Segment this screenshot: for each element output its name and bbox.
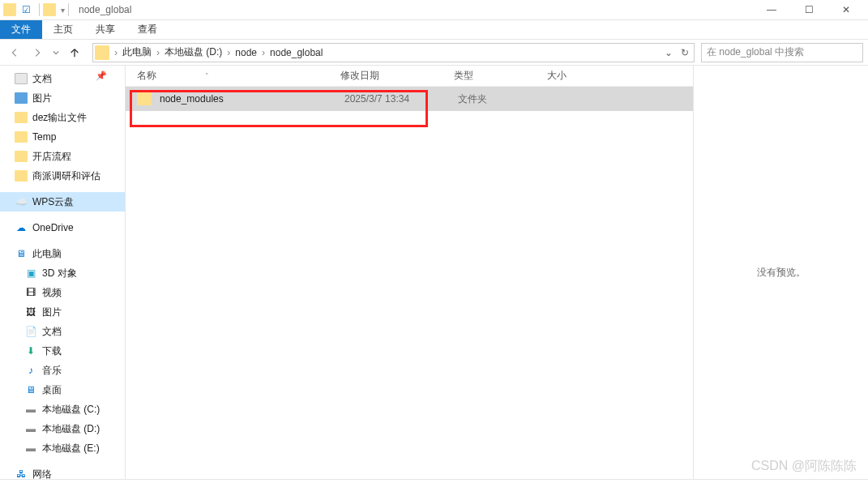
sidebar-item-disk-e[interactable]: ▬本地磁盘 (E:) <box>0 438 125 458</box>
sidebar-item-3dobjects[interactable]: ▣3D 对象 <box>0 263 125 283</box>
sidebar-item-pictures[interactable]: 图片 <box>0 88 125 108</box>
minimize-button[interactable]: — <box>753 0 790 20</box>
cloud-icon: ☁️ <box>15 195 28 208</box>
folder-icon <box>3 3 16 16</box>
navigation-bar: › 此电脑 › 本地磁盘 (D:) › node › node_global ⌄… <box>0 40 868 66</box>
sidebar-item-documents2[interactable]: 📄文档 <box>0 322 125 341</box>
chevron-right-icon[interactable]: › <box>113 47 119 58</box>
tab-home[interactable]: 主页 <box>42 20 84 39</box>
sidebar-item-label: 3D 对象 <box>42 267 77 280</box>
check-icon[interactable]: ☑ <box>19 3 32 16</box>
sidebar-item-label: 此电脑 <box>32 247 62 261</box>
file-area: 名称˄ 修改日期 类型 大小 node_modules 2025/3/7 13:… <box>126 66 868 479</box>
computer-icon: 🖥 <box>15 247 28 260</box>
sidebar-item-desktop[interactable]: 🖥桌面 <box>0 380 125 400</box>
ribbon-tabs: 文件 主页 共享 查看 <box>0 20 868 40</box>
history-dropdown-icon[interactable]: ⌄ <box>661 47 676 58</box>
file-row[interactable]: node_modules 2025/3/7 13:34 文件夹 <box>126 87 693 111</box>
sidebar-item-onedrive[interactable]: ☁OneDrive <box>0 218 125 237</box>
sidebar-item-thispc[interactable]: 🖥此电脑 <box>0 244 125 263</box>
chevron-right-icon[interactable]: › <box>155 47 161 58</box>
column-type[interactable]: 类型 <box>454 69 547 83</box>
sidebar-item-music[interactable]: ♪音乐 <box>0 361 125 380</box>
sort-indicator-icon: ˄ <box>205 72 209 80</box>
breadcrumb-drive[interactable]: 本地磁盘 (D:) <box>161 45 225 59</box>
sidebar-item-label: 本地磁盘 (C:) <box>42 403 100 417</box>
main-area: 📌 文档 图片 dez输出文件 Temp 开店流程 商派调研和评估 ☁️WPS云… <box>0 66 868 479</box>
window-title: node_global <box>79 4 131 15</box>
sidebar-item-temp[interactable]: Temp <box>0 127 125 147</box>
sidebar-item-kaidian[interactable]: 开店流程 <box>0 147 125 166</box>
tab-view[interactable]: 查看 <box>126 20 169 39</box>
desktop-icon: 🖥 <box>24 383 37 396</box>
sidebar-item-shangpai[interactable]: 商派调研和评估 <box>0 166 125 186</box>
file-name: node_modules <box>160 93 344 105</box>
sidebar-item-label: WPS云盘 <box>32 195 74 209</box>
separator <box>39 3 40 16</box>
address-bar[interactable]: › 此电脑 › 本地磁盘 (D:) › node › node_global ⌄… <box>92 43 695 62</box>
file-list[interactable]: 名称˄ 修改日期 类型 大小 node_modules 2025/3/7 13:… <box>126 66 693 479</box>
sidebar-item-pictures2[interactable]: 🖼图片 <box>0 302 125 322</box>
column-size[interactable]: 大小 <box>547 69 612 83</box>
up-button[interactable] <box>65 43 84 62</box>
refresh-button[interactable]: ↻ <box>678 47 692 58</box>
separator <box>68 3 69 16</box>
document-icon: 📄 <box>24 325 37 338</box>
breadcrumb-thispc[interactable]: 此电脑 <box>119 45 155 59</box>
sidebar-item-label: 文档 <box>32 72 52 86</box>
sidebar-item-label: Temp <box>32 131 56 143</box>
recent-dropdown-icon[interactable] <box>50 43 62 62</box>
sidebar-item-label: 视频 <box>42 286 62 300</box>
folder-icon <box>43 3 56 16</box>
sidebar-item-label: 商派调研和评估 <box>32 169 100 183</box>
network-icon: 🖧 <box>15 468 28 479</box>
pin-icon: 📌 <box>96 71 107 81</box>
sidebar-item-dez[interactable]: dez输出文件 <box>0 108 125 127</box>
tab-file[interactable]: 文件 <box>0 20 42 39</box>
navigation-tree[interactable]: 📌 文档 图片 dez输出文件 Temp 开店流程 商派调研和评估 ☁️WPS云… <box>0 66 126 479</box>
file-date: 2025/3/7 13:34 <box>344 93 458 105</box>
music-icon: ♪ <box>24 364 37 377</box>
sidebar-item-label: 图片 <box>42 306 62 319</box>
disk-icon: ▬ <box>24 442 37 455</box>
sidebar-item-disk-c[interactable]: ▬本地磁盘 (C:) <box>0 400 125 419</box>
search-input[interactable]: 在 node_global 中搜索 <box>701 43 863 62</box>
sidebar-item-label: 本地磁盘 (D:) <box>42 422 100 436</box>
breadcrumb-node[interactable]: node <box>232 47 260 58</box>
chevron-right-icon[interactable]: › <box>260 47 267 58</box>
column-headers: 名称˄ 修改日期 类型 大小 <box>126 66 693 87</box>
sidebar-item-wps[interactable]: ☁️WPS云盘 <box>0 192 125 212</box>
close-button[interactable]: ✕ <box>827 0 865 20</box>
video-icon: 🎞 <box>24 286 37 299</box>
window-titlebar: ☑ ▾ node_global — ☐ ✕ <box>0 0 868 20</box>
download-icon: ⬇ <box>24 344 37 357</box>
sidebar-item-label: OneDrive <box>32 222 74 233</box>
sidebar-item-label: 音乐 <box>42 364 62 378</box>
sidebar-item-label: 开店流程 <box>32 150 71 164</box>
column-date[interactable]: 修改日期 <box>340 69 454 83</box>
maximize-button[interactable]: ☐ <box>790 0 827 20</box>
sidebar-item-label: 桌面 <box>42 383 62 397</box>
sidebar-item-label: 下载 <box>42 344 62 358</box>
preview-pane: 没有预览。 <box>693 66 868 479</box>
breadcrumb-nodeglobal[interactable]: node_global <box>267 47 326 58</box>
folder-icon <box>137 92 152 105</box>
forward-button[interactable] <box>28 43 47 62</box>
status-bar: 1 个项目 选中 1 个项目 <box>0 479 868 483</box>
sidebar-item-downloads[interactable]: ⬇下载 <box>0 341 125 361</box>
column-name[interactable]: 名称˄ <box>134 69 340 83</box>
sidebar-item-videos[interactable]: 🎞视频 <box>0 283 125 302</box>
sidebar-item-label: 图片 <box>32 92 52 105</box>
picture-icon: 🖼 <box>24 306 37 318</box>
address-controls: ⌄ ↻ <box>661 47 692 58</box>
sidebar-item-label: 本地磁盘 (E:) <box>42 442 100 455</box>
sidebar-item-network[interactable]: 🖧网络 <box>0 464 125 479</box>
cloud-icon: ☁ <box>15 221 28 234</box>
sidebar-item-label: dez输出文件 <box>32 111 87 125</box>
chevron-right-icon[interactable]: › <box>225 47 232 58</box>
tab-share[interactable]: 共享 <box>84 20 126 39</box>
back-button[interactable] <box>5 43 24 62</box>
qat-dropdown-icon[interactable]: ▾ <box>61 6 65 15</box>
sidebar-item-disk-d[interactable]: ▬本地磁盘 (D:) <box>0 419 125 438</box>
file-type: 文件夹 <box>458 92 551 106</box>
